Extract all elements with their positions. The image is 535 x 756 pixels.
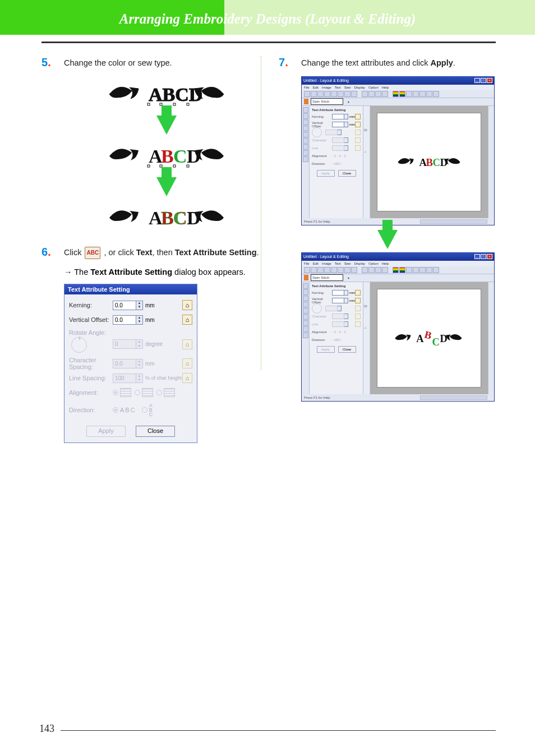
app-title: Untitled - Layout & Editing <box>303 79 349 82</box>
voffset-spinner[interactable]: ▲▼ <box>136 315 143 325</box>
reset-icon <box>355 122 361 127</box>
app-menubar: File Edit Image Text Sew Display Option … <box>302 85 494 90</box>
toolbar-btn <box>413 267 419 273</box>
scrollbar-v <box>488 106 494 218</box>
svg-rect-1 <box>147 103 150 105</box>
p-close-btn: Close <box>338 170 356 177</box>
down-arrow-icon <box>156 116 177 135</box>
toolbar-btn <box>362 91 368 97</box>
app-canvas: 50⊥ A B C D <box>363 282 494 394</box>
step-number: 7. <box>279 56 301 69</box>
align-left-icon <box>120 388 131 397</box>
p-close-btn: Close <box>338 346 356 353</box>
direction-label: Direction: <box>69 407 113 413</box>
window-buttons: _ □ × <box>474 78 492 83</box>
app-title: Untitled - Layout & Editing <box>303 255 349 259</box>
toolbar-btn <box>382 91 388 97</box>
svg-rect-9 <box>147 165 150 167</box>
footer-rule <box>61 730 496 731</box>
app-canvas: 50⊥ A B C D <box>363 106 494 218</box>
app-toolbox <box>302 282 310 394</box>
toolbar-btn <box>317 91 324 97</box>
kerning-unit: mm <box>145 302 155 308</box>
alignment-label: Alignment: <box>69 389 113 396</box>
p-voffset-input <box>332 122 344 127</box>
toolbar-btn <box>344 267 350 273</box>
align-center-radio <box>135 390 140 395</box>
linespace-row: Line Spacing: 100 ▲▼ % of char height ⌂ <box>69 371 192 385</box>
svg-text:C: C <box>173 146 187 167</box>
tool-btn <box>303 113 308 119</box>
section-rule <box>41 42 496 43</box>
reset-icon <box>355 298 361 303</box>
kerning-input[interactable]: 0.0 <box>113 301 136 310</box>
close-button[interactable]: Close <box>136 426 175 437</box>
reset-icon <box>355 321 361 327</box>
rotate-label: Rotate Angle: <box>69 329 113 336</box>
svg-text:B: B <box>161 146 174 167</box>
svg-text:ABCD: ABCD <box>149 84 202 105</box>
app-statusbar: Press F1 for Help <box>302 394 494 401</box>
toolbar-btn <box>338 91 344 97</box>
svg-text:C: C <box>173 208 187 228</box>
kerning-spinner[interactable]: ▲▼ <box>136 301 143 310</box>
toolbar-btn <box>331 267 337 273</box>
ruler-left: 50⊥ <box>363 282 370 394</box>
header-banner: Arranging Embroidery Designs (Layout & E… <box>0 0 535 35</box>
kerning-reset-icon[interactable]: ⌂ <box>182 300 192 310</box>
p-charspace-label: Character <box>312 315 332 318</box>
panel-title: Text Attribute Setting <box>312 108 361 112</box>
p-kerning-label: Kerning: <box>312 115 332 118</box>
svg-text:A: A <box>416 333 424 344</box>
menu-image: Image <box>322 86 331 89</box>
page-number: 143 <box>39 723 54 735</box>
dialog-title: Text Attribute Setting <box>64 284 197 294</box>
alignment-row: Alignment: <box>69 385 192 400</box>
stitch-swatch-icon <box>304 275 308 280</box>
menu-file: File <box>304 86 310 89</box>
canvas-design: A B C D <box>393 326 465 350</box>
maximize-icon: □ <box>481 254 486 259</box>
voffset-reset-icon[interactable]: ⌂ <box>182 315 192 325</box>
align-left-radio <box>113 390 118 395</box>
menu-file: File <box>304 262 310 265</box>
menu-edit: Edit <box>313 262 319 265</box>
toolbar-btn <box>426 91 432 97</box>
toolbar-btn <box>393 267 399 273</box>
voffset-unit: mm <box>145 317 155 323</box>
toolbar-btn <box>419 267 426 273</box>
align-center-icon <box>142 388 153 397</box>
tool-btn <box>303 296 308 301</box>
step-text: Change the text attributes and click App… <box>301 56 455 70</box>
p-voffset-unit: mm <box>349 123 355 126</box>
p-spinner <box>344 298 348 303</box>
toolbar-btn <box>406 267 412 273</box>
svg-rect-4 <box>187 103 189 105</box>
p-charspace-input <box>332 137 344 143</box>
p-linespace-input <box>332 145 344 151</box>
embroidery-design-3: A B C D <box>105 200 228 236</box>
step-text: Click ABC , or click Text, then Text Att… <box>64 246 259 259</box>
stitch-swatch-icon <box>304 99 308 104</box>
reset-icon <box>355 314 361 319</box>
tool-btn <box>303 289 308 295</box>
down-arrow-icon <box>156 177 177 196</box>
design-page: A B C D <box>377 289 481 388</box>
apply-button: Apply <box>86 426 126 437</box>
p-align-label: Alignment <box>312 330 332 334</box>
direction-h-radio <box>113 407 118 413</box>
voffset-input[interactable]: 0.0 <box>113 315 136 325</box>
app-body: Text Attribute Setting Kerning:mm Vertic… <box>302 106 494 218</box>
p-rotate-input <box>325 130 338 135</box>
toolbar-btn <box>419 91 426 97</box>
content: 5. Change the color or sew type. ABCD <box>41 56 496 443</box>
voffset-label: Vertical Offset: <box>69 316 113 323</box>
align-right-icon <box>164 388 175 397</box>
down-arrow-icon <box>377 230 398 249</box>
reset-icon <box>355 130 361 135</box>
toolbar-btn <box>338 267 344 273</box>
toolbar-btn <box>311 91 317 97</box>
p-apply-btn: Apply <box>317 346 335 353</box>
step-7: 7. Change the text attributes and click … <box>279 56 496 70</box>
charspace-input: 0.0 <box>113 359 136 368</box>
